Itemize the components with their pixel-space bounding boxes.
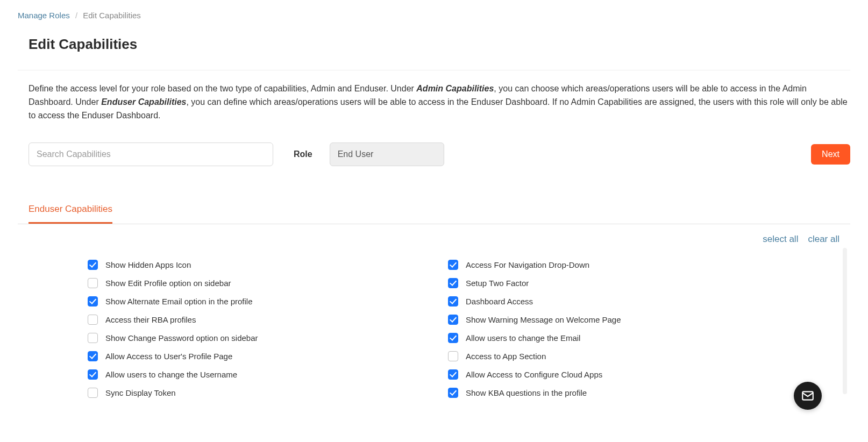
capability-checkbox[interactable]: [448, 315, 458, 325]
capability-label: Show Alternate Email option in the profi…: [105, 297, 253, 306]
capability-item[interactable]: Sync Display Token: [88, 387, 448, 398]
capability-label: Show Change Password option on sidebar: [105, 333, 258, 343]
capability-checkbox[interactable]: [88, 351, 98, 361]
help-chat-button[interactable]: [794, 382, 822, 405]
breadcrumb-parent-link[interactable]: Manage Roles: [18, 11, 70, 20]
capability-item[interactable]: Show Alternate Email option in the profi…: [88, 295, 448, 307]
capability-label: Allow Access to User's Profile Page: [105, 352, 232, 361]
capability-label: Access to App Section: [466, 352, 546, 361]
capability-label: Allow Access to Configure Cloud Apps: [466, 370, 602, 379]
capability-label: Show KBA questions in the profile: [466, 388, 587, 397]
tab-enduser-capabilities[interactable]: Enduser Capabilities: [29, 204, 112, 224]
capability-checkbox[interactable]: [448, 388, 458, 398]
capability-checkbox[interactable]: [448, 278, 458, 288]
capability-checkbox[interactable]: [88, 388, 98, 398]
capability-checkbox[interactable]: [88, 260, 98, 270]
capability-item[interactable]: Access For Navigation Drop-Down: [448, 259, 808, 270]
desc-bold-admin: Admin Capabilities: [416, 84, 494, 93]
capability-item[interactable]: Allow Access to User's Profile Page: [88, 350, 448, 362]
capability-label: Dashboard Access: [466, 297, 533, 306]
capability-item[interactable]: Show Edit Profile option on sidebar: [88, 277, 448, 289]
next-button[interactable]: Next: [811, 144, 850, 165]
capability-checkbox[interactable]: [448, 369, 458, 380]
capability-label: Show Edit Profile option on sidebar: [105, 279, 231, 288]
breadcrumb-current: Edit Capabilities: [83, 11, 141, 20]
capabilities-column-left: Show Hidden Apps IconShow Edit Profile o…: [88, 259, 448, 405]
capability-label: Show Hidden Apps Icon: [105, 260, 191, 269]
capability-item[interactable]: Dashboard Access: [448, 295, 808, 307]
scrollbar-track[interactable]: [843, 248, 847, 394]
capability-checkbox[interactable]: [88, 333, 98, 343]
page-description: Define the access level for your role ba…: [18, 82, 850, 122]
search-capabilities-input[interactable]: [29, 142, 273, 166]
capability-label: Setup Two Factor: [466, 279, 529, 288]
capability-item[interactable]: Access to App Section: [448, 350, 808, 362]
breadcrumb-separator: /: [75, 11, 77, 20]
capability-checkbox[interactable]: [88, 296, 98, 306]
controls-row: Role Next: [18, 142, 850, 166]
capability-label: Sync Display Token: [105, 388, 176, 397]
breadcrumb: Manage Roles / Edit Capabilities: [18, 11, 850, 20]
divider: [18, 70, 850, 70]
capability-item[interactable]: Show Change Password option on sidebar: [88, 332, 448, 344]
capability-item[interactable]: Show KBA questions in the profile: [448, 387, 808, 398]
capability-label: Access their RBA profiles: [105, 315, 196, 324]
role-label: Role: [294, 149, 312, 159]
capability-item[interactable]: Show Warning Message on Welcome Page: [448, 313, 808, 325]
capabilities-column-right: Access For Navigation Drop-DownSetup Two…: [448, 259, 808, 405]
capability-item[interactable]: Allow Access to Configure Cloud Apps: [448, 368, 808, 380]
capability-checkbox[interactable]: [88, 315, 98, 325]
capability-label: Show Warning Message on Welcome Page: [466, 315, 621, 324]
capability-checkbox[interactable]: [448, 351, 458, 361]
capability-item[interactable]: Setup Two Factor: [448, 277, 808, 289]
mail-icon: [801, 389, 815, 403]
capability-item[interactable]: Show Hidden Apps Icon: [88, 259, 448, 270]
clear-all-link[interactable]: clear all: [808, 234, 839, 245]
capability-checkbox[interactable]: [448, 260, 458, 270]
capability-checkbox[interactable]: [448, 333, 458, 343]
page-title: Edit Capabilities: [18, 36, 850, 53]
select-all-link[interactable]: select all: [763, 234, 798, 245]
bulk-actions-row: select all clear all: [18, 224, 850, 248]
capability-label: Access For Navigation Drop-Down: [466, 260, 589, 269]
capability-checkbox[interactable]: [448, 296, 458, 306]
capability-item[interactable]: Allow users to change the Email: [448, 332, 808, 344]
role-value-input: [330, 142, 444, 166]
capability-item[interactable]: Allow users to change the Username: [88, 368, 448, 380]
capability-item[interactable]: Access their RBA profiles: [88, 313, 448, 325]
capability-checkbox[interactable]: [88, 278, 98, 288]
desc-text-1: Define the access level for your role ba…: [29, 84, 416, 93]
capability-label: Allow users to change the Username: [105, 370, 237, 379]
capability-checkbox[interactable]: [88, 369, 98, 380]
capability-label: Allow users to change the Email: [466, 333, 580, 343]
capabilities-grid: Show Hidden Apps IconShow Edit Profile o…: [18, 248, 850, 405]
tabs-row: Enduser Capabilities: [18, 204, 850, 224]
desc-bold-enduser: Enduser Capabilities: [101, 97, 186, 106]
